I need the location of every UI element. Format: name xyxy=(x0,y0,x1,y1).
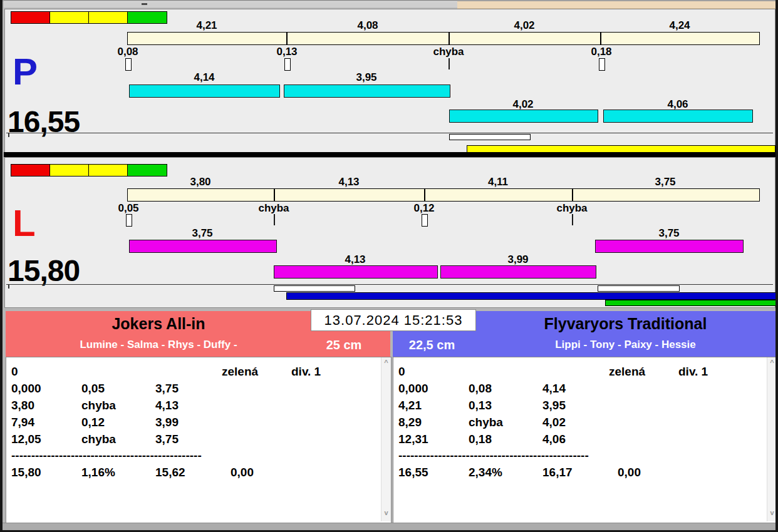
run-bar-label: 4,06 xyxy=(650,98,706,111)
scale-bar-divider xyxy=(286,32,288,45)
run-bar-label: 3,75 xyxy=(174,227,231,240)
scale-segment-label: 4,08 xyxy=(340,19,396,32)
table-scrollbar[interactable]: ^v xyxy=(381,357,391,521)
tick-marker-line xyxy=(572,214,573,225)
window-title-strip xyxy=(4,1,457,8)
scale-bar xyxy=(127,188,760,202)
progress-strip-bar-0 xyxy=(274,285,355,292)
run-bar xyxy=(274,265,438,279)
result-cell: 0,18 xyxy=(469,432,492,446)
result-cell-attempt: 0 xyxy=(11,365,18,379)
result-cell: chyba xyxy=(81,432,116,446)
result-cell: 4,06 xyxy=(542,432,566,446)
scale-segment-label: 4,13 xyxy=(321,176,377,188)
team-results-table-0[interactable]: 0zelenádiv. 10,0000,053,753,80chyba4,137… xyxy=(6,357,392,523)
legend-cell-1 xyxy=(49,164,90,176)
result-cell: 12,31 xyxy=(398,432,428,446)
titlebar-cell-0 xyxy=(4,1,62,8)
progress-strip-bar-0 xyxy=(449,134,531,140)
run-bar-label: 4,14 xyxy=(176,71,232,84)
tick-label: 0,18 xyxy=(573,46,630,58)
legend-cell-2 xyxy=(88,11,128,24)
tick-label: 0,13 xyxy=(259,46,315,58)
top-right-strip xyxy=(457,1,775,9)
run-bar xyxy=(129,240,277,253)
total-cell: 16,17 xyxy=(542,466,573,479)
titlebar-cell-5 xyxy=(221,1,314,8)
tick-label: chyba xyxy=(420,46,477,58)
baseline-line xyxy=(6,284,773,285)
run-bar xyxy=(449,110,598,123)
tick-marker-box xyxy=(422,214,428,227)
lane-height-label: 22,5 cm xyxy=(396,338,468,352)
scale-bar xyxy=(127,32,760,45)
titlebar-cell-4 xyxy=(187,1,222,8)
run-bar-label: 4,13 xyxy=(327,253,383,266)
scale-segment-label: 4,21 xyxy=(179,19,235,32)
lane-height-label: 25 cm xyxy=(300,338,388,352)
result-cell: 0,000 xyxy=(11,382,41,396)
scale-bar-divider xyxy=(600,32,601,45)
baseline-tick xyxy=(8,285,9,289)
lane-letter: L xyxy=(13,205,36,242)
result-cell: 0,13 xyxy=(469,399,492,412)
run-bar-label: 3,95 xyxy=(338,71,395,84)
team-results-table-1[interactable]: 0zelenádiv. 10,0000,084,144,210,133,958,… xyxy=(393,357,777,523)
tick-label: chyba xyxy=(544,202,600,215)
app-window: P16,554,214,084,024,240,080,13chyba0,184… xyxy=(0,0,778,532)
tick-marker-line xyxy=(449,58,450,69)
result-cell-status: zelená xyxy=(222,365,258,379)
run-bar-label: 3,75 xyxy=(641,227,697,240)
scale-segment-label: 4,02 xyxy=(496,19,552,32)
total-cell: 15,80 xyxy=(11,466,41,479)
result-cell-division: div. 1 xyxy=(678,365,708,379)
tick-marker-line xyxy=(274,214,275,225)
result-cell: 3,75 xyxy=(155,382,179,396)
run-bar xyxy=(595,240,744,253)
panel-divider xyxy=(4,152,775,157)
result-cell: 8,29 xyxy=(398,416,422,429)
result-cell: 0,12 xyxy=(81,416,105,429)
legend-cell-3 xyxy=(127,164,167,176)
window-left-border xyxy=(0,0,3,532)
scale-segment-label: 3,75 xyxy=(637,176,693,188)
result-cell-attempt: 0 xyxy=(398,365,405,379)
scale-segment-label: 3,80 xyxy=(172,176,229,188)
tick-marker-box xyxy=(284,58,291,71)
scale-segment-label: 4,24 xyxy=(651,19,708,32)
titlebar-cell-6 xyxy=(313,1,389,8)
legend-cell-1 xyxy=(49,11,90,24)
tick-label: chyba xyxy=(246,202,302,215)
lane-letter: P xyxy=(13,53,38,91)
baseline-tick xyxy=(8,133,9,137)
result-cell: 0,000 xyxy=(398,382,428,396)
result-cell: 4,13 xyxy=(155,399,179,412)
result-cell: 0,05 xyxy=(81,382,105,396)
minimize-icon[interactable] xyxy=(142,3,147,5)
tick-label: 0,05 xyxy=(100,202,157,215)
scroll-down-button[interactable]: v xyxy=(381,509,391,519)
tick-marker-box xyxy=(126,214,132,227)
result-cell: 7,94 xyxy=(11,416,34,429)
total-cell: 15,62 xyxy=(155,466,185,479)
run-bar xyxy=(284,84,450,98)
legend-cell-0 xyxy=(11,164,51,176)
result-cell: 3,75 xyxy=(155,432,179,446)
scale-segment-label: 4,11 xyxy=(470,176,526,188)
baseline-line xyxy=(6,133,773,133)
team-name: Flyvaryors Traditional xyxy=(475,315,776,333)
window-right-border xyxy=(775,0,778,532)
legend-cell-3 xyxy=(127,11,167,24)
result-cell: 4,02 xyxy=(542,416,566,429)
tick-label: 0,12 xyxy=(396,202,452,215)
tick-marker-box xyxy=(125,58,132,71)
result-cell: 12,05 xyxy=(11,432,41,446)
datetime-display: 13.07.2024 15:21:53 xyxy=(311,309,476,331)
run-bar-label: 3,99 xyxy=(490,253,546,266)
lane-panel-P: P16,554,214,084,024,240,080,13chyba0,184… xyxy=(4,9,775,153)
lane-total: 15,80 xyxy=(8,256,80,286)
result-cell: 3,95 xyxy=(542,399,566,412)
tick-marker-box xyxy=(599,58,605,71)
progress-strip-bar-1 xyxy=(598,285,680,292)
scroll-up-button[interactable]: ^ xyxy=(381,359,391,369)
